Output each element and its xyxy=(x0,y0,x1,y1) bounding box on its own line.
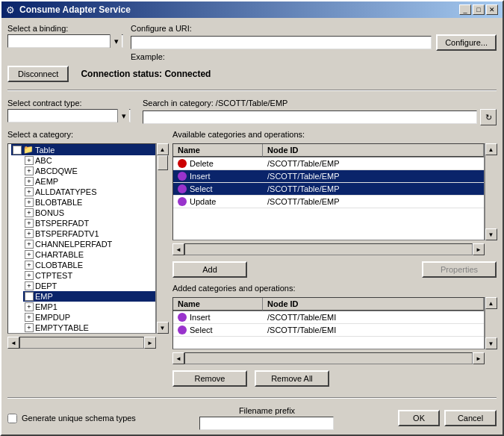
table-row[interactable]: Insert /SCOTT/Table/EMP xyxy=(173,170,484,183)
table-row[interactable]: Select /SCOTT/Table/EMI xyxy=(173,324,484,337)
tree-item-abc[interactable]: +ABC xyxy=(23,155,155,166)
avail-scroll-right[interactable]: ► xyxy=(473,243,485,255)
added-insert-icon xyxy=(178,313,187,322)
avail-scroll-left[interactable]: ◄ xyxy=(172,243,184,255)
search-button[interactable]: ↻ xyxy=(480,109,497,125)
tree-hscrollbar[interactable]: ◄ ► xyxy=(7,337,156,349)
configure-button[interactable]: Configure... xyxy=(436,34,497,51)
filename-label: Filename prefix xyxy=(239,406,295,415)
expand-blobtable[interactable]: + xyxy=(25,198,34,207)
tree-item-btsperfadtv1[interactable]: +BTSPERFADTV1 xyxy=(23,228,155,239)
tree-item-ctptest[interactable]: +CTPTEST xyxy=(23,270,155,281)
filename-input[interactable]: OracleDBBinding xyxy=(199,417,334,430)
tree-item-aemp[interactable]: +AEMP xyxy=(23,176,155,187)
added-select-icon xyxy=(178,326,187,334)
close-button[interactable]: ✕ xyxy=(486,4,498,15)
scroll-thumb[interactable] xyxy=(158,155,168,170)
added-ops-table[interactable]: Name Node ID Insert /SCOTT/Table/EMI xyxy=(172,297,485,349)
available-nodeid-header: Node ID xyxy=(263,144,484,157)
tree-scroll-right[interactable]: ► xyxy=(144,337,156,349)
expand-abc[interactable]: + xyxy=(25,156,34,165)
expand-ctptest[interactable]: + xyxy=(25,271,34,280)
expand-emptytable[interactable]: + xyxy=(25,323,34,332)
cancel-button[interactable]: Cancel xyxy=(444,410,497,426)
tree-node-table[interactable]: - 📁 Table xyxy=(11,144,155,155)
tree-item-dept[interactable]: +DEPT xyxy=(23,281,155,291)
tree-item-channelperfadt[interactable]: +CHANNELPERFADT xyxy=(23,239,155,249)
uri-input[interactable]: oracledb://adapter/ xyxy=(131,36,432,49)
added-scroll-down[interactable]: ▼ xyxy=(485,337,497,349)
available-ops-table[interactable]: Name Node ID Delete /SCOTT/Table/EMP xyxy=(172,143,485,240)
search-label: Search in category: /SCOTT/Table/EMP xyxy=(143,99,497,108)
tree-item-chartable[interactable]: +CHARTABLE xyxy=(23,249,155,260)
available-ops-vscrollbar[interactable]: ▲ ▼ xyxy=(485,143,497,240)
add-button[interactable]: Add xyxy=(172,261,247,278)
title-bar: ⚙ Consume Adapter Service _ □ ✕ xyxy=(1,1,503,18)
available-ops-label: Available categories and operations: xyxy=(172,130,497,139)
added-nodeid-header: Node ID xyxy=(263,298,484,311)
expand-chartable[interactable]: + xyxy=(25,250,34,259)
expand-channelperfadt[interactable]: + xyxy=(25,240,34,249)
avail-htrack xyxy=(184,243,473,255)
search-input[interactable] xyxy=(143,110,477,124)
table-row[interactable]: Select /SCOTT/Table/EMP xyxy=(173,183,484,196)
search-input-row: ↻ xyxy=(143,109,497,125)
available-hscrollbar[interactable]: ◄ ► xyxy=(172,243,485,255)
tree-item-clobtable[interactable]: +CLOBTABLE xyxy=(23,260,155,270)
tree-item-bonus[interactable]: +BONUS xyxy=(23,208,155,218)
expand-emp1[interactable]: + xyxy=(25,302,34,311)
tree-item-emp1[interactable]: +EMP1 xyxy=(23,302,155,312)
contract-type-input[interactable]: Client (Outbound operation: xyxy=(7,109,131,122)
added-hscrollbar[interactable]: ◄ ► xyxy=(172,352,485,364)
ok-button[interactable]: OK xyxy=(398,410,440,426)
minimize-button[interactable]: _ xyxy=(459,4,471,15)
expand-dept[interactable]: + xyxy=(25,281,34,290)
expand-btsperfadtv1[interactable]: + xyxy=(25,229,34,238)
added-scroll-up[interactable]: ▲ xyxy=(485,297,497,309)
added-ops-label: Added categories and operations: xyxy=(172,284,497,293)
tree-item-empdup[interactable]: +EMPDUP xyxy=(23,312,155,323)
table-row[interactable]: Delete /SCOTT/Table/EMP xyxy=(173,158,484,170)
operations-panel: Available categories and operations: Nam… xyxy=(172,130,497,390)
tree-htrack xyxy=(19,337,144,349)
tree-scroll-left[interactable]: ◄ xyxy=(7,337,19,349)
category-vscrollbar[interactable]: ▲ ▼ xyxy=(156,143,168,334)
added-ops-vscrollbar[interactable]: ▲ ▼ xyxy=(485,297,497,349)
scroll-up-btn[interactable]: ▲ xyxy=(157,143,169,155)
remove-button[interactable]: Remove xyxy=(172,370,247,387)
tree-item-abcdqwe[interactable]: +ABCDQWE xyxy=(23,166,155,176)
contract-search-row: Select contract type: Client (Outbound o… xyxy=(7,99,497,125)
disconnect-button[interactable]: Disconnect xyxy=(7,66,69,82)
generate-unique-checkbox[interactable] xyxy=(7,414,17,423)
expand-bonus[interactable]: + xyxy=(25,208,34,217)
tree-item-alldatatypes[interactable]: +ALLDATATYPES xyxy=(23,187,155,197)
table-row[interactable]: Update /SCOTT/Table/EMP xyxy=(173,196,484,208)
category-tree[interactable]: - 📁 Table +ABC +ABCDQWE +AEMP +ALLDATATY… xyxy=(7,143,156,334)
expand-empdup[interactable]: + xyxy=(25,313,34,322)
remove-all-button[interactable]: Remove All xyxy=(255,370,329,387)
available-ops-body: Delete /SCOTT/Table/EMP Insert /SCOTT/Ta… xyxy=(173,158,484,240)
added-scroll-right[interactable]: ► xyxy=(473,352,485,364)
table-row[interactable]: Insert /SCOTT/Table/EMI xyxy=(173,311,484,324)
expand-abcdqwe[interactable]: + xyxy=(25,166,34,175)
tree-children: +ABC +ABCDQWE +AEMP +ALLDATATYPES +BLOBT… xyxy=(11,155,155,333)
expand-icon-table[interactable]: - xyxy=(13,146,22,155)
added-scroll-left[interactable]: ◄ xyxy=(172,352,184,364)
tree-item-emptytable[interactable]: +EMPTYTABLE xyxy=(23,323,155,333)
expand-clobtable[interactable]: + xyxy=(25,261,34,270)
binding-input[interactable]: oracleDBBinding xyxy=(7,34,123,48)
tree-item-blobtable[interactable]: +BLOBTABLE xyxy=(23,197,155,208)
tree-item-emp[interactable]: +EMP xyxy=(23,291,155,302)
generate-unique-label: Generate unique schema types xyxy=(22,414,136,423)
expand-aemp[interactable]: + xyxy=(25,177,34,186)
properties-button[interactable]: Properties xyxy=(422,261,497,278)
expand-alldatatypes[interactable]: + xyxy=(25,187,34,196)
expand-emp[interactable]: + xyxy=(25,292,34,301)
scroll-down-btn[interactable]: ▼ xyxy=(157,322,169,334)
maximize-button[interactable]: □ xyxy=(473,4,485,15)
expand-btsperfadt[interactable]: + xyxy=(25,219,34,228)
avail-scroll-down[interactable]: ▼ xyxy=(485,228,497,240)
tree-item-btsperfadt[interactable]: +BTSPERFADT xyxy=(23,218,155,228)
avail-scroll-up[interactable]: ▲ xyxy=(485,143,497,155)
category-panel: Select a category: - 📁 Table +ABC +ABCDQ… xyxy=(7,130,168,349)
